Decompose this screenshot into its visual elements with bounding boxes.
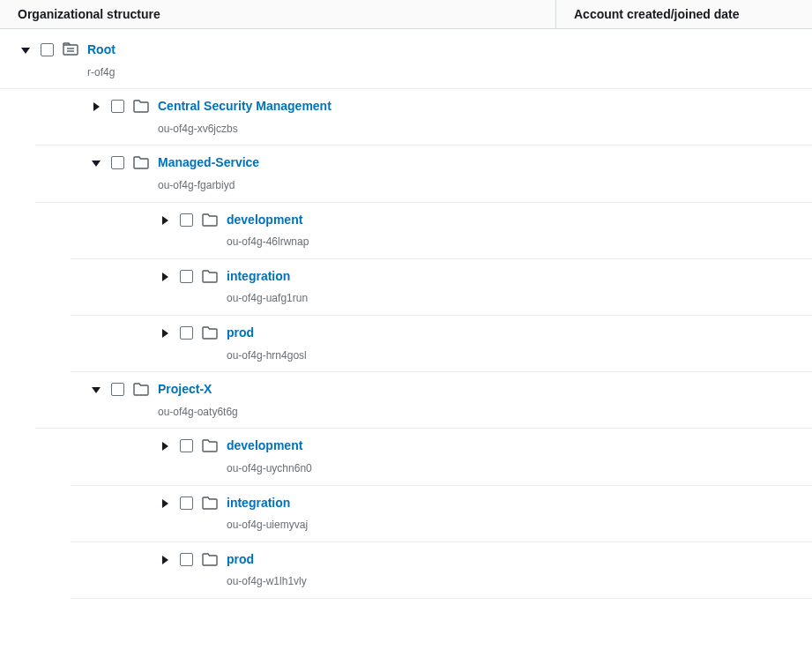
org-tree: Root r-of4g Central Security Management … <box>0 29 812 599</box>
ou-id: ou-of4g-uiemyvaj <box>227 519 308 533</box>
ou-id: r-of4g <box>87 66 115 80</box>
checkbox[interactable] <box>111 383 124 396</box>
tree-row: Project-X ou-of4g-oaty6t6g <box>35 372 812 429</box>
caret-right-icon[interactable] <box>159 440 171 452</box>
ou-id: ou-of4g-oaty6t6g <box>158 406 238 420</box>
folder-icon <box>202 325 218 342</box>
table-header: Organizational structure Account created… <box>0 0 812 29</box>
caret-right-icon[interactable] <box>159 214 171 227</box>
caret-down-icon[interactable] <box>19 44 32 56</box>
link-managed-service[interactable]: Managed-Service <box>158 154 259 172</box>
svg-marker-8 <box>162 329 168 338</box>
svg-marker-12 <box>162 556 168 564</box>
ou-id: ou-of4g-w1lh1vly <box>227 575 307 589</box>
column-header-name[interactable]: Organizational structure <box>0 0 556 28</box>
column-header-date[interactable]: Account created/joined date <box>556 0 812 28</box>
ou-id: ou-of4g-hrn4gosl <box>227 349 307 363</box>
svg-marker-10 <box>162 442 168 451</box>
tree-row: integration ou-of4g-uiemyvaj <box>71 486 812 542</box>
caret-down-icon[interactable] <box>90 384 102 396</box>
caret-right-icon[interactable] <box>159 497 171 510</box>
folder-icon <box>133 382 149 399</box>
link-root[interactable]: Root <box>87 41 115 59</box>
link-ms-integration[interactable]: integration <box>227 268 308 286</box>
folder-icon <box>202 496 218 512</box>
ou-id: ou-of4g-uychn6n0 <box>227 462 312 476</box>
checkbox[interactable] <box>180 213 193 227</box>
svg-marker-9 <box>92 387 101 393</box>
svg-rect-1 <box>63 45 78 55</box>
svg-marker-7 <box>162 273 168 281</box>
caret-right-icon[interactable] <box>159 327 171 340</box>
tree-row-root: Root r-of4g <box>0 33 812 89</box>
ou-id: ou-of4g-46lrwnap <box>227 235 309 250</box>
checkbox[interactable] <box>111 156 124 169</box>
tree-row: integration ou-of4g-uafg1run <box>71 259 812 316</box>
svg-marker-5 <box>92 161 101 167</box>
svg-marker-4 <box>93 102 100 111</box>
ou-id: ou-of4g-xv6jczbs <box>158 123 332 137</box>
checkbox[interactable] <box>111 100 124 113</box>
caret-right-icon[interactable] <box>159 554 171 566</box>
folder-icon <box>202 438 218 455</box>
tree-row: development ou-of4g-uychn6n0 <box>71 429 812 485</box>
svg-marker-0 <box>21 48 30 54</box>
link-ms-prod[interactable]: prod <box>227 325 307 342</box>
checkbox-root[interactable] <box>41 43 54 56</box>
folder-icon <box>202 269 218 286</box>
caret-right-icon[interactable] <box>90 101 102 113</box>
folder-icon <box>133 99 149 116</box>
tree-row: Central Security Management ou-of4g-xv6j… <box>35 89 812 146</box>
link-px-development[interactable]: development <box>227 437 312 455</box>
tree-row: prod ou-of4g-w1lh1vly <box>71 542 812 599</box>
folder-icon <box>202 213 218 229</box>
link-ms-development[interactable]: development <box>227 212 309 229</box>
ou-id: ou-of4g-uafg1run <box>227 292 308 306</box>
link-px-prod[interactable]: prod <box>227 551 307 569</box>
checkbox[interactable] <box>180 270 193 283</box>
svg-marker-6 <box>162 216 168 225</box>
tree-row: Managed-Service ou-of4g-fgarbiyd <box>35 146 812 202</box>
folder-icon <box>133 155 149 172</box>
org-root-icon <box>63 42 78 59</box>
caret-right-icon[interactable] <box>159 271 171 283</box>
checkbox[interactable] <box>180 439 193 452</box>
tree-row: prod ou-of4g-hrn4gosl <box>71 316 812 372</box>
tree-row: development ou-of4g-46lrwnap <box>71 203 812 259</box>
ou-id: ou-of4g-fgarbiyd <box>158 179 259 193</box>
link-project-x[interactable]: Project-X <box>158 381 238 399</box>
link-px-integration[interactable]: integration <box>227 495 308 512</box>
caret-down-icon[interactable] <box>90 157 102 169</box>
svg-marker-11 <box>162 499 168 508</box>
folder-icon <box>202 552 218 569</box>
link-central-security[interactable]: Central Security Management <box>158 98 332 116</box>
checkbox[interactable] <box>180 553 193 566</box>
checkbox[interactable] <box>180 496 193 510</box>
checkbox[interactable] <box>180 326 193 340</box>
